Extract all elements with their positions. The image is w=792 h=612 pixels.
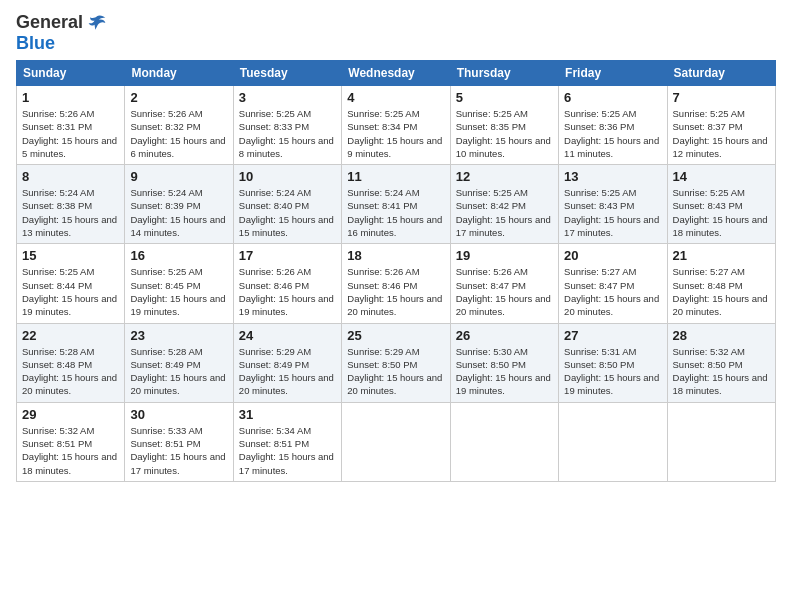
calendar-day-cell — [667, 402, 775, 481]
calendar-week-row: 22Sunrise: 5:28 AMSunset: 8:48 PMDayligh… — [17, 323, 776, 402]
page: General Blue SundayMondayTuesdayWednesda… — [0, 0, 792, 612]
weekday-header-cell: Sunday — [17, 61, 125, 86]
day-number: 18 — [347, 248, 444, 263]
calendar-day-cell: 30Sunrise: 5:33 AMSunset: 8:51 PMDayligh… — [125, 402, 233, 481]
calendar-week-row: 15Sunrise: 5:25 AMSunset: 8:44 PMDayligh… — [17, 244, 776, 323]
day-info: Sunrise: 5:25 AMSunset: 8:35 PMDaylight:… — [456, 107, 553, 160]
calendar-day-cell: 10Sunrise: 5:24 AMSunset: 8:40 PMDayligh… — [233, 165, 341, 244]
day-number: 20 — [564, 248, 661, 263]
day-info: Sunrise: 5:26 AMSunset: 8:46 PMDaylight:… — [347, 265, 444, 318]
logo: General Blue — [16, 12, 107, 54]
calendar-day-cell: 24Sunrise: 5:29 AMSunset: 8:49 PMDayligh… — [233, 323, 341, 402]
weekday-header-cell: Thursday — [450, 61, 558, 86]
day-info: Sunrise: 5:26 AMSunset: 8:46 PMDaylight:… — [239, 265, 336, 318]
calendar-day-cell: 3Sunrise: 5:25 AMSunset: 8:33 PMDaylight… — [233, 86, 341, 165]
day-number: 30 — [130, 407, 227, 422]
calendar-day-cell: 26Sunrise: 5:30 AMSunset: 8:50 PMDayligh… — [450, 323, 558, 402]
weekday-header-cell: Monday — [125, 61, 233, 86]
day-number: 1 — [22, 90, 119, 105]
calendar-day-cell: 11Sunrise: 5:24 AMSunset: 8:41 PMDayligh… — [342, 165, 450, 244]
calendar-body: 1Sunrise: 5:26 AMSunset: 8:31 PMDaylight… — [17, 86, 776, 482]
day-number: 13 — [564, 169, 661, 184]
weekday-header-row: SundayMondayTuesdayWednesdayThursdayFrid… — [17, 61, 776, 86]
day-info: Sunrise: 5:28 AMSunset: 8:48 PMDaylight:… — [22, 345, 119, 398]
day-info: Sunrise: 5:27 AMSunset: 8:47 PMDaylight:… — [564, 265, 661, 318]
calendar-day-cell: 2Sunrise: 5:26 AMSunset: 8:32 PMDaylight… — [125, 86, 233, 165]
calendar-day-cell: 23Sunrise: 5:28 AMSunset: 8:49 PMDayligh… — [125, 323, 233, 402]
header: General Blue — [16, 12, 776, 54]
day-info: Sunrise: 5:32 AMSunset: 8:51 PMDaylight:… — [22, 424, 119, 477]
calendar-week-row: 1Sunrise: 5:26 AMSunset: 8:31 PMDaylight… — [17, 86, 776, 165]
day-info: Sunrise: 5:29 AMSunset: 8:49 PMDaylight:… — [239, 345, 336, 398]
day-info: Sunrise: 5:26 AMSunset: 8:31 PMDaylight:… — [22, 107, 119, 160]
day-number: 5 — [456, 90, 553, 105]
day-number: 22 — [22, 328, 119, 343]
calendar-table: SundayMondayTuesdayWednesdayThursdayFrid… — [16, 60, 776, 482]
day-number: 16 — [130, 248, 227, 263]
calendar-day-cell — [559, 402, 667, 481]
calendar-day-cell: 16Sunrise: 5:25 AMSunset: 8:45 PMDayligh… — [125, 244, 233, 323]
calendar-day-cell: 14Sunrise: 5:25 AMSunset: 8:43 PMDayligh… — [667, 165, 775, 244]
day-info: Sunrise: 5:29 AMSunset: 8:50 PMDaylight:… — [347, 345, 444, 398]
day-info: Sunrise: 5:25 AMSunset: 8:42 PMDaylight:… — [456, 186, 553, 239]
day-number: 7 — [673, 90, 770, 105]
day-info: Sunrise: 5:34 AMSunset: 8:51 PMDaylight:… — [239, 424, 336, 477]
calendar-day-cell: 8Sunrise: 5:24 AMSunset: 8:38 PMDaylight… — [17, 165, 125, 244]
weekday-header-cell: Saturday — [667, 61, 775, 86]
day-number: 2 — [130, 90, 227, 105]
day-number: 9 — [130, 169, 227, 184]
day-info: Sunrise: 5:24 AMSunset: 8:40 PMDaylight:… — [239, 186, 336, 239]
day-info: Sunrise: 5:30 AMSunset: 8:50 PMDaylight:… — [456, 345, 553, 398]
day-number: 29 — [22, 407, 119, 422]
day-number: 10 — [239, 169, 336, 184]
day-number: 4 — [347, 90, 444, 105]
calendar-day-cell: 5Sunrise: 5:25 AMSunset: 8:35 PMDaylight… — [450, 86, 558, 165]
day-info: Sunrise: 5:25 AMSunset: 8:34 PMDaylight:… — [347, 107, 444, 160]
day-number: 31 — [239, 407, 336, 422]
calendar-day-cell: 18Sunrise: 5:26 AMSunset: 8:46 PMDayligh… — [342, 244, 450, 323]
calendar-day-cell: 20Sunrise: 5:27 AMSunset: 8:47 PMDayligh… — [559, 244, 667, 323]
day-number: 23 — [130, 328, 227, 343]
day-info: Sunrise: 5:24 AMSunset: 8:38 PMDaylight:… — [22, 186, 119, 239]
day-number: 3 — [239, 90, 336, 105]
day-info: Sunrise: 5:25 AMSunset: 8:33 PMDaylight:… — [239, 107, 336, 160]
calendar-day-cell: 9Sunrise: 5:24 AMSunset: 8:39 PMDaylight… — [125, 165, 233, 244]
calendar-day-cell: 13Sunrise: 5:25 AMSunset: 8:43 PMDayligh… — [559, 165, 667, 244]
day-number: 19 — [456, 248, 553, 263]
calendar-day-cell: 17Sunrise: 5:26 AMSunset: 8:46 PMDayligh… — [233, 244, 341, 323]
weekday-header-cell: Tuesday — [233, 61, 341, 86]
day-info: Sunrise: 5:25 AMSunset: 8:37 PMDaylight:… — [673, 107, 770, 160]
calendar-day-cell: 15Sunrise: 5:25 AMSunset: 8:44 PMDayligh… — [17, 244, 125, 323]
calendar-day-cell: 27Sunrise: 5:31 AMSunset: 8:50 PMDayligh… — [559, 323, 667, 402]
day-info: Sunrise: 5:27 AMSunset: 8:48 PMDaylight:… — [673, 265, 770, 318]
calendar-day-cell: 6Sunrise: 5:25 AMSunset: 8:36 PMDaylight… — [559, 86, 667, 165]
day-number: 14 — [673, 169, 770, 184]
day-number: 21 — [673, 248, 770, 263]
calendar-day-cell: 21Sunrise: 5:27 AMSunset: 8:48 PMDayligh… — [667, 244, 775, 323]
calendar-week-row: 8Sunrise: 5:24 AMSunset: 8:38 PMDaylight… — [17, 165, 776, 244]
day-info: Sunrise: 5:31 AMSunset: 8:50 PMDaylight:… — [564, 345, 661, 398]
day-number: 8 — [22, 169, 119, 184]
day-info: Sunrise: 5:24 AMSunset: 8:39 PMDaylight:… — [130, 186, 227, 239]
day-number: 12 — [456, 169, 553, 184]
calendar-day-cell — [450, 402, 558, 481]
logo-bird-icon — [87, 13, 107, 33]
day-number: 17 — [239, 248, 336, 263]
day-info: Sunrise: 5:25 AMSunset: 8:43 PMDaylight:… — [564, 186, 661, 239]
day-info: Sunrise: 5:33 AMSunset: 8:51 PMDaylight:… — [130, 424, 227, 477]
day-info: Sunrise: 5:25 AMSunset: 8:43 PMDaylight:… — [673, 186, 770, 239]
calendar-day-cell: 1Sunrise: 5:26 AMSunset: 8:31 PMDaylight… — [17, 86, 125, 165]
day-info: Sunrise: 5:25 AMSunset: 8:44 PMDaylight:… — [22, 265, 119, 318]
day-info: Sunrise: 5:24 AMSunset: 8:41 PMDaylight:… — [347, 186, 444, 239]
calendar-day-cell — [342, 402, 450, 481]
day-info: Sunrise: 5:26 AMSunset: 8:47 PMDaylight:… — [456, 265, 553, 318]
calendar-day-cell: 22Sunrise: 5:28 AMSunset: 8:48 PMDayligh… — [17, 323, 125, 402]
day-number: 25 — [347, 328, 444, 343]
day-info: Sunrise: 5:25 AMSunset: 8:45 PMDaylight:… — [130, 265, 227, 318]
day-number: 11 — [347, 169, 444, 184]
day-number: 24 — [239, 328, 336, 343]
calendar-day-cell: 28Sunrise: 5:32 AMSunset: 8:50 PMDayligh… — [667, 323, 775, 402]
day-info: Sunrise: 5:26 AMSunset: 8:32 PMDaylight:… — [130, 107, 227, 160]
calendar-day-cell: 4Sunrise: 5:25 AMSunset: 8:34 PMDaylight… — [342, 86, 450, 165]
calendar-week-row: 29Sunrise: 5:32 AMSunset: 8:51 PMDayligh… — [17, 402, 776, 481]
